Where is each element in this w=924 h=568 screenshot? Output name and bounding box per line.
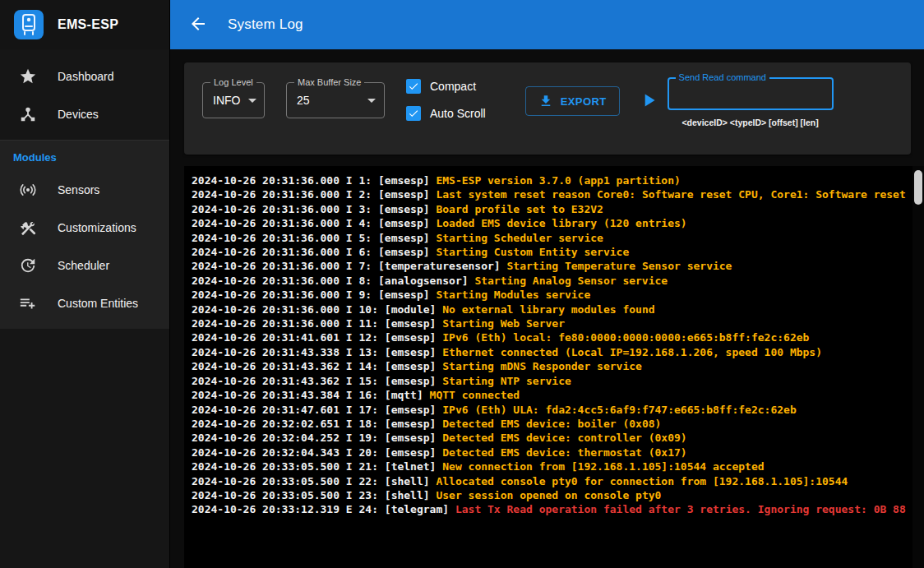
sidebar-item-dashboard[interactable]: Dashboard bbox=[0, 58, 169, 95]
sidebar-item-label: Customizations bbox=[58, 221, 136, 234]
log-line: 2024-10-26 20:31:36.000 I 3: [emsesp] Bo… bbox=[192, 202, 912, 216]
log-line: 2024-10-26 20:32:04.343 I 20: [emsesp] D… bbox=[192, 446, 912, 459]
log-line: 2024-10-26 20:31:47.601 I 17: [emsesp] I… bbox=[192, 403, 912, 417]
log-line: 2024-10-26 20:31:43.338 I 13: [emsesp] E… bbox=[192, 345, 912, 359]
log-scrollbar bbox=[912, 166, 924, 568]
chevron-down-icon bbox=[367, 99, 376, 103]
log-output: 2024-10-26 20:31:36.000 I 1: [emsesp] EM… bbox=[184, 166, 924, 568]
content: Log Level INFO Max Buffer Size 25 Compac… bbox=[170, 49, 924, 568]
appbar: System Log bbox=[170, 0, 924, 49]
export-label: EXPORT bbox=[561, 95, 607, 108]
sidebar-item-custom-entities[interactable]: Custom Entities bbox=[0, 284, 169, 322]
log-line: 2024-10-26 20:31:36.000 I 5: [emsesp] St… bbox=[192, 231, 912, 245]
sidebar-item-label: Devices bbox=[58, 108, 99, 121]
sidebar-nav-top: Dashboard Devices bbox=[0, 49, 169, 140]
device-hub-icon bbox=[18, 104, 38, 124]
log-line: 2024-10-26 20:31:41.601 I 12: [emsesp] I… bbox=[192, 330, 912, 344]
sidebar-modules-group: Modules Sensors bbox=[0, 140, 169, 329]
log-line: 2024-10-26 20:31:36.000 I 2: [emsesp] La… bbox=[192, 187, 912, 201]
max-buffer-value: 25 bbox=[297, 94, 310, 107]
send-read-command-input[interactable] bbox=[677, 86, 824, 101]
checkbox-checked-icon bbox=[406, 79, 421, 94]
sidebar-section-modules: Modules bbox=[0, 141, 169, 171]
log-scrollbar-thumb[interactable] bbox=[914, 170, 922, 205]
sidebar-item-label: Dashboard bbox=[58, 70, 114, 83]
send-command-group: Send Read command <deviceID> <typeID> [o… bbox=[668, 77, 834, 127]
log-line: 2024-10-26 20:31:36.000 I 10: [module] N… bbox=[192, 302, 912, 316]
export-button[interactable]: EXPORT bbox=[525, 86, 620, 116]
download-icon bbox=[538, 94, 553, 109]
log-level-select[interactable]: Log Level INFO bbox=[202, 82, 265, 118]
log-line: 2024-10-26 20:31:43.384 I 16: [mqtt] MQT… bbox=[192, 388, 912, 402]
log-line: 2024-10-26 20:33:05.500 I 23: [shell] Us… bbox=[192, 488, 912, 502]
log-line: 2024-10-26 20:31:43.362 I 15: [emsesp] S… bbox=[192, 374, 912, 388]
arrow-back-icon bbox=[188, 14, 208, 36]
sidebar-item-label: Scheduler bbox=[58, 259, 109, 272]
sidebar-spacer bbox=[0, 329, 169, 568]
max-buffer-label: Max Buffer Size bbox=[294, 77, 364, 87]
auto-scroll-label: Auto Scroll bbox=[430, 107, 486, 120]
log-line: 2024-10-26 20:31:43.362 I 14: [emsesp] S… bbox=[192, 359, 912, 373]
compact-checkbox[interactable]: Compact bbox=[406, 79, 486, 94]
sidebar-item-devices[interactable]: Devices bbox=[0, 95, 169, 133]
chevron-down-icon bbox=[248, 99, 256, 103]
page-title: System Log bbox=[228, 16, 303, 33]
log-level-value: INFO bbox=[213, 94, 240, 107]
log-line: 2024-10-26 20:31:36.000 I 8: [analogsens… bbox=[192, 274, 912, 288]
max-buffer-select[interactable]: Max Buffer Size 25 bbox=[286, 82, 385, 118]
sidebar-item-sensors[interactable]: Sensors bbox=[0, 171, 169, 209]
log-line: 2024-10-26 20:33:05.500 I 22: [shell] Al… bbox=[192, 474, 912, 488]
app-title: EMS-ESP bbox=[58, 17, 118, 32]
playlist-add-icon bbox=[18, 293, 38, 313]
app-root: EMS-ESP Dashboard Devices Modules bbox=[0, 0, 924, 568]
log-line: 2024-10-26 20:31:36.000 I 1: [emsesp] EM… bbox=[192, 173, 912, 187]
log-line: 2024-10-26 20:31:36.000 I 11: [emsesp] S… bbox=[192, 316, 912, 330]
log-line: 2024-10-26 20:32:02.651 I 18: [emsesp] D… bbox=[192, 417, 912, 431]
sidebar-item-scheduler[interactable]: Scheduler bbox=[0, 247, 169, 284]
sidebar-item-customizations[interactable]: Customizations bbox=[0, 209, 169, 247]
checkbox-checked-icon bbox=[406, 106, 421, 121]
clock-update-icon bbox=[18, 256, 38, 275]
log-line: 2024-10-26 20:33:05.500 I 21: [telnet] N… bbox=[192, 459, 912, 473]
log-controls-card: Log Level INFO Max Buffer Size 25 Compac… bbox=[184, 62, 911, 155]
main-area: System Log Log Level INFO Max Buffer Siz… bbox=[170, 0, 924, 568]
back-button[interactable] bbox=[187, 13, 210, 36]
log-line: 2024-10-26 20:31:36.000 I 9: [emsesp] St… bbox=[192, 288, 912, 302]
send-command-button[interactable] bbox=[638, 90, 659, 111]
send-command-helper-text: <deviceID> <typeID> [offset] [len] bbox=[668, 118, 834, 127]
log-line: 2024-10-26 20:31:36.000 I 7: [temperatur… bbox=[192, 259, 912, 273]
log-panel: 2024-10-26 20:31:36.000 I 1: [emsesp] EM… bbox=[184, 166, 924, 568]
log-line: 2024-10-26 20:32:04.252 I 19: [emsesp] D… bbox=[192, 431, 912, 445]
log-line: 2024-10-26 20:31:36.000 I 4: [emsesp] Lo… bbox=[192, 216, 912, 230]
send-read-command-field: Send Read command bbox=[668, 77, 834, 110]
play-icon bbox=[638, 101, 659, 113]
checkbox-group: Compact Auto Scroll bbox=[406, 79, 486, 121]
sensors-icon bbox=[18, 180, 38, 200]
ems-esp-logo-icon bbox=[13, 9, 44, 40]
log-level-label: Log Level bbox=[210, 77, 256, 87]
send-read-command-label: Send Read command bbox=[676, 72, 769, 82]
sidebar-item-label: Custom Entities bbox=[58, 297, 138, 310]
sidebar-item-label: Sensors bbox=[58, 183, 99, 196]
star-icon bbox=[18, 67, 38, 86]
compact-label: Compact bbox=[430, 80, 476, 93]
sidebar: EMS-ESP Dashboard Devices Modules bbox=[0, 0, 170, 568]
sidebar-header: EMS-ESP bbox=[0, 0, 169, 49]
construction-tools-icon bbox=[18, 218, 38, 238]
log-line: 2024-10-26 20:33:12.319 E 24: [telegram]… bbox=[192, 502, 912, 516]
log-line: 2024-10-26 20:31:36.000 I 6: [emsesp] St… bbox=[192, 245, 912, 259]
auto-scroll-checkbox[interactable]: Auto Scroll bbox=[406, 106, 486, 121]
